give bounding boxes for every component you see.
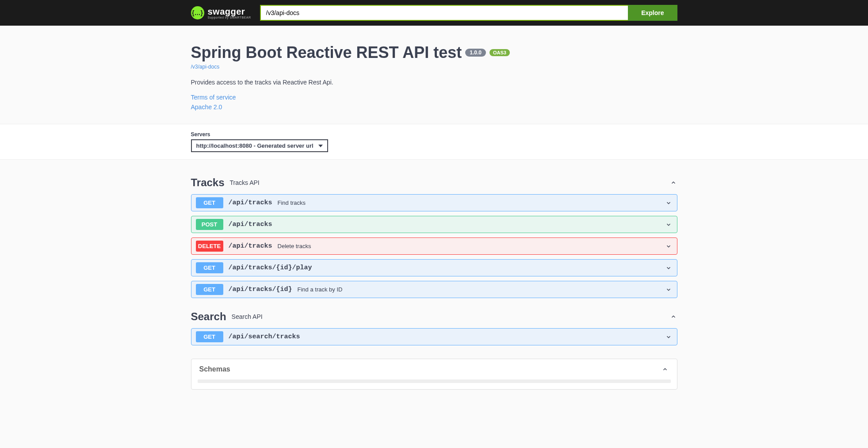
chevron-up-icon bbox=[669, 179, 677, 187]
method-badge: GET bbox=[196, 262, 223, 273]
chevron-up-icon bbox=[661, 365, 669, 373]
servers-section: Servers http://localhost:8080 - Generate… bbox=[0, 124, 868, 160]
oas-badge: OAS3 bbox=[489, 49, 510, 56]
chevron-down-icon bbox=[665, 199, 673, 207]
operation-row[interactable]: GET /api/tracks Find tracks bbox=[191, 194, 677, 211]
chevron-down-icon bbox=[665, 333, 673, 341]
swagger-logo-sub: Supported by SMARTBEAR bbox=[208, 16, 251, 19]
chevron-down-icon bbox=[665, 286, 673, 294]
method-badge: DELETE bbox=[196, 241, 223, 252]
operation-row[interactable]: GET /api/search/tracks bbox=[191, 328, 677, 345]
topbar: {…} swagger Supported by SMARTBEAR Explo… bbox=[0, 0, 868, 26]
operation-path: /api/tracks/{id} bbox=[229, 286, 292, 293]
schemas-body bbox=[191, 379, 677, 389]
schema-item bbox=[198, 379, 671, 383]
swagger-logo-icon: {…} bbox=[191, 6, 204, 19]
tag-name: Search bbox=[191, 310, 226, 323]
info-section: Spring Boot Reactive REST API test 1.0.0… bbox=[0, 26, 868, 124]
license-link[interactable]: Apache 2.0 bbox=[191, 103, 677, 111]
method-badge: GET bbox=[196, 331, 223, 342]
explore-button[interactable]: Explore bbox=[628, 5, 677, 21]
terms-of-service-link[interactable]: Terms of service bbox=[191, 94, 677, 101]
chevron-down-icon bbox=[665, 221, 673, 229]
method-badge: POST bbox=[196, 219, 223, 230]
spec-link[interactable]: /v3/api-docs bbox=[191, 64, 677, 70]
schemas-section: Schemas bbox=[191, 359, 677, 390]
operation-summary: Delete tracks bbox=[278, 243, 659, 249]
operation-row[interactable]: GET /api/tracks/{id} Find a track by ID bbox=[191, 281, 677, 298]
spec-url-form: Explore bbox=[260, 5, 677, 21]
chevron-up-icon bbox=[669, 313, 677, 321]
operation-path: /api/tracks bbox=[229, 199, 272, 207]
spec-url-input[interactable] bbox=[260, 5, 628, 21]
chevron-down-icon bbox=[665, 242, 673, 250]
chevron-down-icon bbox=[665, 264, 673, 272]
tag-name: Tracks bbox=[191, 176, 225, 189]
schemas-title: Schemas bbox=[199, 365, 661, 373]
api-description: Provides access to the tracks via Reacti… bbox=[191, 79, 677, 86]
method-badge: GET bbox=[196, 197, 223, 208]
schemas-header[interactable]: Schemas bbox=[191, 359, 677, 379]
api-title-text: Spring Boot Reactive REST API test bbox=[191, 43, 462, 62]
operation-summary: Find a track by ID bbox=[298, 286, 659, 293]
operation-row[interactable]: POST /api/tracks bbox=[191, 216, 677, 233]
swagger-logo: {…} swagger Supported by SMARTBEAR bbox=[191, 6, 251, 19]
operation-path: /api/tracks/{id}/play bbox=[229, 264, 312, 272]
method-badge: GET bbox=[196, 284, 223, 295]
tag-desc: Search API bbox=[232, 313, 664, 320]
operation-summary: Find tracks bbox=[278, 199, 659, 206]
servers-label: Servers bbox=[191, 131, 677, 138]
operation-row[interactable]: GET /api/tracks/{id}/play bbox=[191, 259, 677, 276]
servers-select[interactable]: http://localhost:8080 - Generated server… bbox=[191, 139, 328, 152]
tag-desc: Tracks API bbox=[230, 179, 664, 186]
operation-row[interactable]: DELETE /api/tracks Delete tracks bbox=[191, 237, 677, 255]
api-title: Spring Boot Reactive REST API test 1.0.0… bbox=[191, 43, 510, 62]
tag-header-search[interactable]: Search Search API bbox=[191, 302, 677, 328]
swagger-logo-text: swagger bbox=[208, 7, 251, 17]
operation-path: /api/search/tracks bbox=[229, 333, 300, 341]
operations-section: Tracks Tracks API GET /api/tracks Find t… bbox=[0, 160, 868, 407]
operation-path: /api/tracks bbox=[229, 242, 272, 250]
tag-header-tracks[interactable]: Tracks Tracks API bbox=[191, 168, 677, 194]
version-badge: 1.0.0 bbox=[465, 49, 486, 57]
operation-path: /api/tracks bbox=[229, 221, 272, 228]
